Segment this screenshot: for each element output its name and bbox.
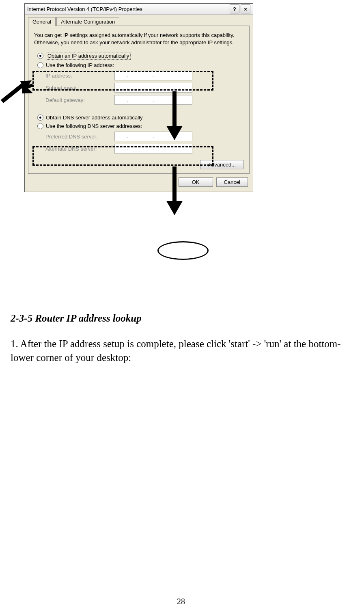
radio-dns-auto[interactable]: Obtain DNS server address automatically [37, 115, 243, 121]
subnet-mask-label: Subnet mask: [45, 85, 114, 91]
radio-icon [37, 53, 43, 59]
field-preferred-dns: Preferred DNS server: ... [45, 132, 243, 141]
advanced-button[interactable]: Advanced... [200, 160, 243, 169]
radio-dns-manual-label: Use the following DNS server addresses: [46, 123, 142, 129]
tab-content: You can get IP settings assigned automat… [28, 26, 250, 174]
tcpip-properties-dialog: Internet Protocol Version 4 (TCP/IPv4) P… [24, 3, 253, 192]
radio-icon [37, 123, 43, 129]
svg-marker-6 [166, 201, 183, 215]
alternate-dns-label: Alternate DNS server: [45, 146, 114, 152]
ok-button[interactable]: OK [179, 177, 213, 187]
radio-ip-auto-label: Obtain an IP address automatically [46, 52, 131, 60]
section-heading: 2-3-5 Router IP address lookup [11, 313, 142, 324]
ip-address-label: IP address: [45, 73, 114, 79]
annotation-ok-ellipse [157, 241, 209, 260]
alternate-dns-input[interactable]: ... [114, 144, 192, 153]
titlebar: Internet Protocol Version 4 (TCP/IPv4) P… [25, 4, 253, 15]
default-gateway-input[interactable]: ... [114, 95, 192, 105]
radio-ip-auto[interactable]: Obtain an IP address automatically [37, 52, 243, 60]
ip-address-input[interactable]: ... [114, 71, 192, 80]
preferred-dns-input[interactable]: ... [114, 132, 192, 141]
description-text: You can get IP settings assigned automat… [34, 32, 243, 46]
preferred-dns-label: Preferred DNS server: [45, 134, 114, 140]
tab-row: General Alternate Configuration [28, 17, 250, 26]
close-button[interactable]: × [241, 4, 250, 13]
help-button[interactable]: ? [230, 4, 239, 13]
tab-general[interactable]: General [28, 17, 56, 26]
field-ip-address: IP address: ... [45, 71, 243, 80]
tab-alternate[interactable]: Alternate Configuration [56, 17, 119, 26]
svg-line-1 [2, 85, 22, 102]
radio-icon [37, 62, 43, 68]
dialog-buttons: OK Cancel [25, 177, 248, 187]
page-number: 28 [177, 597, 185, 606]
subnet-mask-input[interactable]: ... [114, 83, 192, 93]
default-gateway-label: Default gateway: [45, 97, 114, 103]
radio-icon [37, 115, 43, 121]
dialog-title: Internet Protocol Version 4 (TCP/IPv4) P… [27, 6, 228, 12]
radio-ip-manual-label: Use the following IP address: [46, 62, 114, 68]
cancel-button[interactable]: Cancel [216, 177, 248, 187]
radio-dns-auto-label: Obtain DNS server address automatically [46, 115, 142, 121]
field-alternate-dns: Alternate DNS server: ... [45, 144, 243, 153]
field-default-gateway: Default gateway: ... [45, 95, 243, 105]
field-subnet-mask: Subnet mask: ... [45, 83, 243, 93]
radio-dns-manual[interactable]: Use the following DNS server addresses: [37, 123, 243, 129]
radio-ip-manual[interactable]: Use the following IP address: [37, 62, 243, 68]
body-paragraph: 1. After the IP address setup is complet… [11, 337, 360, 365]
